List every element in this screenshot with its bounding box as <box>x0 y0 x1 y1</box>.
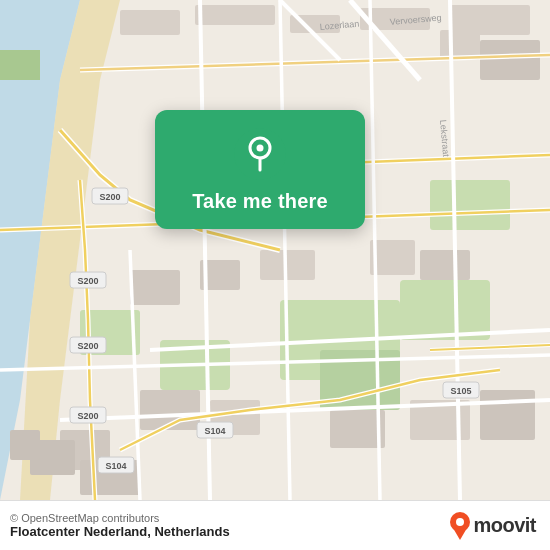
svg-rect-30 <box>10 430 40 460</box>
svg-rect-15 <box>480 40 540 80</box>
svg-text:S200: S200 <box>77 341 98 351</box>
moovit-logo: moovit <box>449 512 536 540</box>
footer-left: © OpenStreetMap contributors Floatcenter… <box>10 512 230 539</box>
moovit-text: moovit <box>473 514 536 537</box>
svg-text:S105: S105 <box>450 386 471 396</box>
take-me-there-card[interactable]: Take me there <box>155 110 365 229</box>
svg-rect-19 <box>260 250 315 280</box>
moovit-pin-icon <box>449 512 471 540</box>
map-svg: S200 S200 S200 S200 S104 S104 S104 S105 … <box>0 0 550 500</box>
svg-rect-21 <box>420 250 470 280</box>
footer: © OpenStreetMap contributors Floatcenter… <box>0 500 550 550</box>
svg-rect-17 <box>130 270 180 305</box>
svg-text:S104: S104 <box>204 426 225 436</box>
svg-point-68 <box>234 128 286 180</box>
svg-text:S200: S200 <box>77 276 98 286</box>
svg-rect-10 <box>120 10 180 35</box>
svg-point-70 <box>257 145 264 152</box>
svg-text:S200: S200 <box>77 411 98 421</box>
svg-rect-26 <box>480 390 535 440</box>
footer-info: © OpenStreetMap contributors Floatcenter… <box>10 512 230 539</box>
location-pin-icon <box>234 128 286 180</box>
svg-rect-11 <box>195 5 275 25</box>
svg-rect-7 <box>400 280 490 340</box>
svg-rect-9 <box>0 50 40 80</box>
svg-point-74 <box>456 518 464 526</box>
svg-rect-8 <box>430 180 510 230</box>
svg-marker-73 <box>453 528 467 540</box>
svg-text:S104: S104 <box>105 461 126 471</box>
osm-credit: © OpenStreetMap contributors <box>10 512 230 524</box>
location-name: Floatcenter Nederland, Netherlands <box>10 524 230 539</box>
svg-text:S200: S200 <box>99 192 120 202</box>
map-container: S200 S200 S200 S200 S104 S104 S104 S105 … <box>0 0 550 500</box>
take-me-there-label: Take me there <box>192 190 328 213</box>
